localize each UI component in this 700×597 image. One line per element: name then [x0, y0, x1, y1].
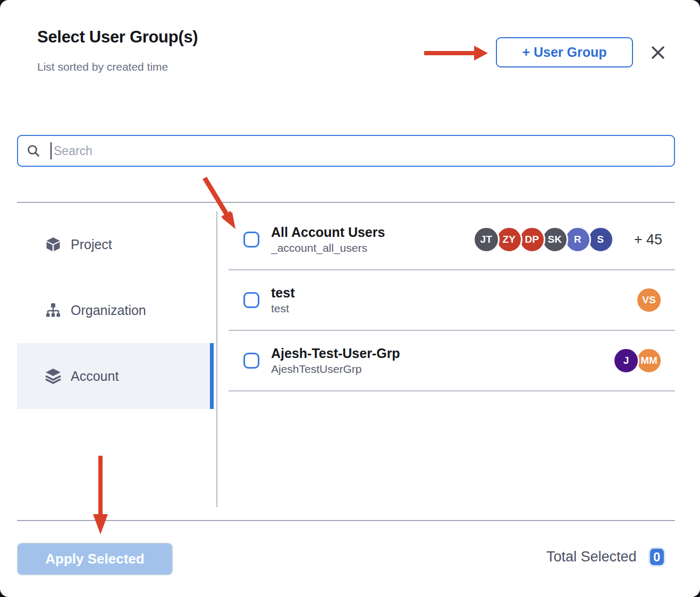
avatar: J — [613, 347, 639, 374]
total-selected: Total Selected 0 — [546, 547, 665, 567]
subtitle: List sorted by created time — [37, 61, 168, 73]
group-id: test — [271, 302, 624, 314]
group-id: _account_all_users — [271, 242, 461, 254]
group-checkbox[interactable] — [243, 353, 259, 369]
avatar: VS — [636, 287, 662, 313]
selected-tab-indicator — [210, 343, 214, 409]
content-divider — [17, 202, 675, 203]
tab-project[interactable]: Project — [17, 211, 214, 277]
sitemap-icon — [45, 302, 61, 318]
avatar: S — [587, 226, 614, 253]
close-icon — [650, 45, 666, 61]
group-name: test — [271, 286, 624, 301]
list-item: All Account Users _account_all_users JT … — [229, 210, 675, 270]
total-selected-badge: 0 — [648, 547, 665, 567]
avatar: SK — [542, 226, 568, 253]
group-name: Ajesh-Test-User-Grp — [271, 346, 601, 361]
tab-organization[interactable]: Organization — [17, 277, 214, 343]
annotation-arrow-user-group — [422, 44, 490, 63]
list-item: test test VS — [229, 270, 675, 331]
apply-selected-button[interactable]: Apply Selected — [17, 543, 173, 575]
avatar-stack: J MM — [613, 347, 662, 374]
avatar-stack: JT ZY DP SK R S — [473, 226, 614, 253]
avatar: R — [564, 226, 591, 253]
user-group-list: All Account Users _account_all_users JT … — [229, 210, 675, 391]
tab-label: Project — [71, 237, 112, 252]
page-title: Select User Group(s) — [37, 28, 198, 47]
vertical-divider — [216, 211, 217, 507]
search-input[interactable] — [52, 143, 674, 159]
footer-divider — [17, 520, 675, 521]
avatar: DP — [519, 226, 545, 253]
avatar: ZY — [496, 226, 522, 253]
layers-icon — [45, 368, 61, 384]
select-user-group-modal: Select User Group(s) List sorted by crea… — [0, 0, 700, 597]
tab-label: Account — [71, 369, 119, 384]
group-checkbox[interactable] — [243, 292, 259, 308]
annotation-arrow-apply — [91, 455, 110, 535]
tab-label: Organization — [71, 303, 146, 318]
search-icon — [27, 144, 41, 158]
group-checkbox[interactable] — [243, 232, 259, 248]
group-id: AjeshTestUserGrp — [271, 363, 601, 375]
group-name: All Account Users — [271, 225, 461, 240]
list-item: Ajesh-Test-User-Grp AjeshTestUserGrp J M… — [229, 331, 675, 391]
total-selected-label: Total Selected — [546, 549, 637, 565]
avatar: JT — [473, 226, 500, 253]
scope-tabs: Project Organization — [17, 211, 214, 409]
close-button[interactable] — [647, 42, 669, 64]
avatar-stack: VS — [636, 287, 662, 313]
tab-account[interactable]: Account — [17, 343, 214, 409]
add-user-group-button[interactable]: + User Group — [496, 37, 633, 67]
avatar: MM — [636, 347, 662, 374]
avatar-overflow-count: + 45 — [634, 232, 662, 248]
cube-icon — [45, 236, 61, 252]
search-bar — [17, 135, 675, 167]
